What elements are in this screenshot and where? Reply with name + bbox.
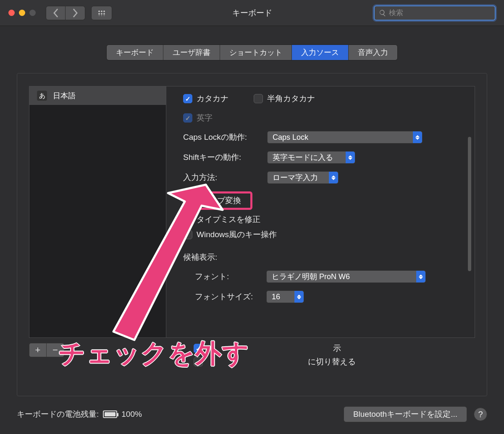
stepper-icon <box>329 172 338 183</box>
label-font: フォント: <box>195 271 266 282</box>
label-typo-fix: タイプミスを修正 <box>197 214 260 225</box>
select-capslock[interactable]: Caps Lock <box>267 131 423 144</box>
select-font-value: ヒラギノ明朝 ProN W6 <box>272 272 350 282</box>
label-candidate-title: 候補表示: <box>183 252 462 263</box>
stepper-icon <box>294 291 304 303</box>
annotation-highlight-box: ライブ変換 <box>183 191 252 210</box>
checkbox-typo-fix[interactable] <box>183 215 192 224</box>
checkbox-katakana[interactable] <box>183 94 192 103</box>
tab-shortcut[interactable]: ショートカット <box>220 45 292 60</box>
select-shift-value: 英字モードに入る <box>273 152 333 162</box>
bottom-bar: キーボードの電池残量: 100% Bluetoothキーボードを設定... ? <box>17 406 487 422</box>
scrollbar[interactable] <box>468 124 472 301</box>
checkbox-half-katakana[interactable] <box>254 94 263 103</box>
label-extra1: 示 <box>333 343 341 354</box>
select-input-method-value: ローマ字入力 <box>273 173 318 183</box>
label-katakana: カタカナ <box>197 93 228 104</box>
search-icon <box>379 9 386 17</box>
input-source-list[interactable]: あ 日本語 <box>29 86 166 337</box>
battery-percentage: 100% <box>121 410 142 419</box>
tab-bar: キーボード ユーザ辞書 ショートカット 入力ソース 音声入力 <box>0 44 504 60</box>
select-shift[interactable]: 英字モードに入る <box>267 151 355 164</box>
titlebar: キーボード <box>0 0 504 26</box>
forward-button[interactable] <box>66 6 85 20</box>
tab-voice[interactable]: 音声入力 <box>349 45 397 60</box>
stepper-icon <box>346 152 355 163</box>
label-live-conversion: ライブ変換 <box>201 195 241 206</box>
battery-icon <box>103 410 117 418</box>
checkbox-live-conversion[interactable] <box>188 196 197 205</box>
sidebar-item-label: 日本語 <box>53 91 76 101</box>
minimize-window-button[interactable] <box>19 10 25 16</box>
bluetooth-keyboard-button[interactable]: Bluetoothキーボードを設定... <box>344 406 467 422</box>
checkbox-extra1[interactable] <box>194 344 203 353</box>
stepper-icon <box>416 271 425 282</box>
sidebar-item-japanese[interactable]: あ 日本語 <box>29 86 166 105</box>
battery-label-text: キーボードの電池残量: <box>17 409 99 420</box>
search-field[interactable] <box>374 5 496 21</box>
japanese-badge-icon: あ <box>37 91 47 101</box>
scroll-thumb[interactable] <box>468 137 471 271</box>
close-window-button[interactable] <box>8 10 15 16</box>
help-button[interactable]: ? <box>474 408 487 421</box>
settings-content: カタカナ 半角カタカナ 英字 Caps Lockの動作: Caps Lock <box>166 86 475 337</box>
battery-status: キーボードの電池残量: 100% <box>17 409 142 420</box>
label-windows-keys: Windows風のキー操作 <box>197 229 277 240</box>
tab-userdict[interactable]: ユーザ辞書 <box>163 45 220 60</box>
checkbox-eiji <box>183 113 192 123</box>
show-all-button[interactable] <box>91 6 112 20</box>
label-shift: Shiftキーの動作: <box>183 152 267 163</box>
list-footer: + − <box>29 343 64 357</box>
tab-input-sources[interactable]: 入力ソース <box>292 45 349 60</box>
select-fontsize[interactable]: 16 <box>266 290 304 303</box>
select-fontsize-value: 16 <box>272 293 280 301</box>
search-input[interactable] <box>389 9 491 17</box>
select-font[interactable]: ヒラギノ明朝 ProN W6 <box>266 270 426 283</box>
label-extra2: に切り替える <box>308 356 356 367</box>
remove-input-source-button[interactable]: − <box>47 343 64 357</box>
traffic-lights <box>8 10 36 16</box>
select-capslock-value: Caps Lock <box>273 133 308 142</box>
label-capslock: Caps Lockの動作: <box>183 132 267 143</box>
label-input-method: 入力方法: <box>183 172 267 183</box>
tab-keyboard[interactable]: キーボード <box>107 45 163 60</box>
stepper-icon <box>413 131 422 143</box>
main-panel: あ 日本語 カタカナ 半角カタカナ 英字 Caps Lo <box>17 73 487 396</box>
nav-buttons <box>46 6 85 20</box>
grid-icon <box>98 10 105 16</box>
label-half-katakana: 半角カタカナ <box>267 93 315 104</box>
label-fontsize: フォントサイズ: <box>195 291 266 302</box>
panel-inner: あ 日本語 カタカナ 半角カタカナ 英字 Caps Lo <box>29 86 475 338</box>
back-button[interactable] <box>46 6 66 20</box>
extra-options: 示 に切り替える <box>194 340 356 370</box>
checkbox-windows-keys[interactable] <box>183 230 192 239</box>
select-input-method[interactable]: ローマ字入力 <box>267 171 339 184</box>
add-input-source-button[interactable]: + <box>29 343 47 357</box>
zoom-window-button[interactable] <box>29 10 36 16</box>
label-eiji: 英字 <box>197 112 213 123</box>
checkbox-extra2[interactable] <box>194 357 203 366</box>
